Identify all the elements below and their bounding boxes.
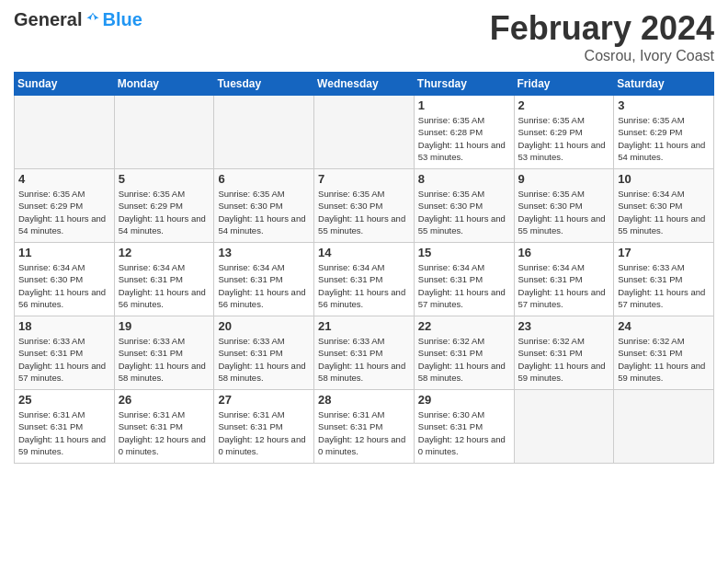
day-number: 12 — [119, 246, 210, 259]
day-info: Sunrise: 6:34 AM Sunset: 6:30 PM Dayligh… — [618, 188, 710, 236]
day-info: Sunrise: 6:30 AM Sunset: 6:31 PM Dayligh… — [418, 408, 510, 457]
day-number: 13 — [218, 246, 310, 259]
table-row: 7Sunrise: 6:35 AM Sunset: 6:30 PM Daylig… — [314, 169, 415, 243]
table-row — [614, 390, 714, 464]
day-number: 25 — [18, 393, 110, 407]
day-info: Sunrise: 6:33 AM Sunset: 6:31 PM Dayligh… — [119, 335, 210, 384]
table-row — [214, 96, 314, 169]
table-row: 10Sunrise: 6:34 AM Sunset: 6:30 PM Dayli… — [614, 169, 714, 243]
day-info: Sunrise: 6:35 AM Sunset: 6:29 PM Dayligh… — [18, 188, 110, 236]
day-number: 27 — [218, 393, 310, 407]
table-row: 8Sunrise: 6:35 AM Sunset: 6:30 PM Daylig… — [414, 169, 514, 243]
day-info: Sunrise: 6:35 AM Sunset: 6:29 PM Dayligh… — [518, 114, 610, 163]
day-number: 21 — [318, 319, 410, 333]
day-info: Sunrise: 6:31 AM Sunset: 6:31 PM Dayligh… — [18, 408, 110, 457]
table-row: 25Sunrise: 6:31 AM Sunset: 6:31 PM Dayli… — [15, 390, 115, 464]
table-row: 26Sunrise: 6:31 AM Sunset: 6:31 PM Dayli… — [114, 390, 214, 464]
calendar-table: Sunday Monday Tuesday Wednesday Thursday… — [14, 72, 714, 464]
day-number: 1 — [418, 98, 510, 112]
day-info: Sunrise: 6:34 AM Sunset: 6:31 PM Dayligh… — [418, 261, 510, 310]
table-row: 13Sunrise: 6:34 AM Sunset: 6:31 PM Dayli… — [214, 243, 314, 316]
table-row: 11Sunrise: 6:34 AM Sunset: 6:30 PM Dayli… — [15, 243, 115, 316]
day-info: Sunrise: 6:34 AM Sunset: 6:30 PM Dayligh… — [18, 261, 110, 310]
day-info: Sunrise: 6:35 AM Sunset: 6:30 PM Dayligh… — [318, 188, 410, 236]
day-number: 20 — [218, 319, 310, 333]
day-number: 26 — [119, 393, 210, 407]
day-number: 28 — [318, 393, 410, 407]
table-row: 21Sunrise: 6:33 AM Sunset: 6:31 PM Dayli… — [314, 316, 415, 390]
day-number: 5 — [119, 172, 210, 186]
day-number: 11 — [18, 246, 110, 259]
title-section: February 2024 Cosrou, Ivory Coast — [490, 9, 714, 64]
subtitle: Cosrou, Ivory Coast — [490, 48, 714, 64]
logo-blue-text: Blue — [102, 9, 142, 30]
table-row: 15Sunrise: 6:34 AM Sunset: 6:31 PM Dayli… — [414, 243, 514, 316]
logo: General Blue — [14, 9, 142, 30]
table-row — [514, 390, 614, 464]
day-number: 19 — [119, 319, 210, 333]
day-number: 18 — [18, 319, 110, 333]
day-info: Sunrise: 6:32 AM Sunset: 6:31 PM Dayligh… — [418, 335, 510, 384]
table-row: 16Sunrise: 6:34 AM Sunset: 6:31 PM Dayli… — [514, 243, 614, 316]
day-number: 8 — [418, 172, 510, 186]
logo-bird-icon — [84, 11, 102, 29]
day-info: Sunrise: 6:34 AM Sunset: 6:31 PM Dayligh… — [218, 261, 310, 310]
day-info: Sunrise: 6:33 AM Sunset: 6:31 PM Dayligh… — [618, 261, 710, 310]
calendar-week-5: 25Sunrise: 6:31 AM Sunset: 6:31 PM Dayli… — [15, 390, 714, 464]
day-number: 7 — [318, 172, 410, 186]
day-info: Sunrise: 6:34 AM Sunset: 6:31 PM Dayligh… — [318, 261, 410, 310]
table-row: 19Sunrise: 6:33 AM Sunset: 6:31 PM Dayli… — [114, 316, 214, 390]
day-number: 9 — [518, 172, 610, 186]
col-monday: Monday — [114, 73, 214, 96]
col-friday: Friday — [514, 73, 614, 96]
table-row: 27Sunrise: 6:31 AM Sunset: 6:31 PM Dayli… — [214, 390, 314, 464]
day-number: 24 — [618, 319, 710, 333]
day-number: 3 — [618, 98, 710, 112]
col-wednesday: Wednesday — [314, 73, 415, 96]
calendar-header-row: Sunday Monday Tuesday Wednesday Thursday… — [15, 73, 714, 96]
day-info: Sunrise: 6:34 AM Sunset: 6:31 PM Dayligh… — [518, 261, 610, 310]
day-info: Sunrise: 6:33 AM Sunset: 6:31 PM Dayligh… — [18, 335, 110, 384]
table-row: 6Sunrise: 6:35 AM Sunset: 6:30 PM Daylig… — [214, 169, 314, 243]
table-row: 14Sunrise: 6:34 AM Sunset: 6:31 PM Dayli… — [314, 243, 415, 316]
day-number: 29 — [418, 393, 510, 407]
day-number: 23 — [518, 319, 610, 333]
table-row: 17Sunrise: 6:33 AM Sunset: 6:31 PM Dayli… — [614, 243, 714, 316]
logo-general-text: General — [14, 9, 82, 30]
day-info: Sunrise: 6:33 AM Sunset: 6:31 PM Dayligh… — [318, 335, 410, 384]
day-info: Sunrise: 6:35 AM Sunset: 6:28 PM Dayligh… — [418, 114, 510, 163]
day-info: Sunrise: 6:35 AM Sunset: 6:29 PM Dayligh… — [618, 114, 710, 163]
day-info: Sunrise: 6:35 AM Sunset: 6:30 PM Dayligh… — [518, 188, 610, 236]
day-number: 4 — [18, 172, 110, 186]
day-number: 10 — [618, 172, 710, 186]
table-row: 29Sunrise: 6:30 AM Sunset: 6:31 PM Dayli… — [414, 390, 514, 464]
col-sunday: Sunday — [15, 73, 115, 96]
day-info: Sunrise: 6:32 AM Sunset: 6:31 PM Dayligh… — [518, 335, 610, 384]
day-info: Sunrise: 6:35 AM Sunset: 6:30 PM Dayligh… — [418, 188, 510, 236]
table-row: 3Sunrise: 6:35 AM Sunset: 6:29 PM Daylig… — [614, 96, 714, 169]
day-info: Sunrise: 6:31 AM Sunset: 6:31 PM Dayligh… — [119, 408, 210, 457]
table-row: 24Sunrise: 6:32 AM Sunset: 6:31 PM Dayli… — [614, 316, 714, 390]
day-number: 6 — [218, 172, 310, 186]
table-row — [114, 96, 214, 169]
day-number: 16 — [518, 246, 610, 259]
day-info: Sunrise: 6:33 AM Sunset: 6:31 PM Dayligh… — [218, 335, 310, 384]
day-info: Sunrise: 6:32 AM Sunset: 6:31 PM Dayligh… — [618, 335, 710, 384]
table-row: 28Sunrise: 6:31 AM Sunset: 6:31 PM Dayli… — [314, 390, 415, 464]
day-info: Sunrise: 6:31 AM Sunset: 6:31 PM Dayligh… — [218, 408, 310, 457]
calendar-week-1: 1Sunrise: 6:35 AM Sunset: 6:28 PM Daylig… — [15, 96, 714, 169]
day-number: 15 — [418, 246, 510, 259]
table-row: 12Sunrise: 6:34 AM Sunset: 6:31 PM Dayli… — [114, 243, 214, 316]
table-row: 20Sunrise: 6:33 AM Sunset: 6:31 PM Dayli… — [214, 316, 314, 390]
table-row: 1Sunrise: 6:35 AM Sunset: 6:28 PM Daylig… — [414, 96, 514, 169]
day-info: Sunrise: 6:35 AM Sunset: 6:29 PM Dayligh… — [119, 188, 210, 236]
col-saturday: Saturday — [614, 73, 714, 96]
table-row: 2Sunrise: 6:35 AM Sunset: 6:29 PM Daylig… — [514, 96, 614, 169]
calendar-week-3: 11Sunrise: 6:34 AM Sunset: 6:30 PM Dayli… — [15, 243, 714, 316]
calendar-week-2: 4Sunrise: 6:35 AM Sunset: 6:29 PM Daylig… — [15, 169, 714, 243]
calendar-week-4: 18Sunrise: 6:33 AM Sunset: 6:31 PM Dayli… — [15, 316, 714, 390]
table-row — [314, 96, 415, 169]
day-info: Sunrise: 6:34 AM Sunset: 6:31 PM Dayligh… — [119, 261, 210, 310]
table-row — [15, 96, 115, 169]
col-thursday: Thursday — [414, 73, 514, 96]
